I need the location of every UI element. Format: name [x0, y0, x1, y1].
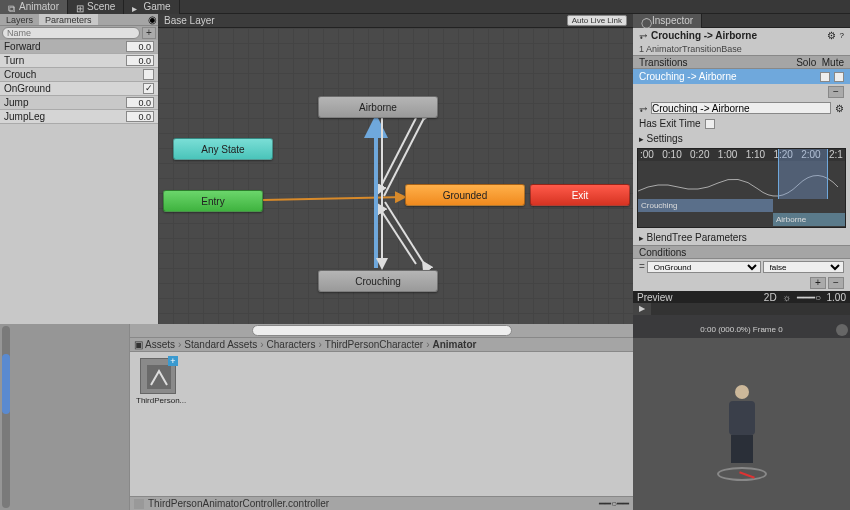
breadcrumb-item[interactable]: ThirdPersonCharacter	[325, 339, 423, 350]
preview-2d-toggle[interactable]: 2D	[764, 292, 777, 303]
add-parameter-button[interactable]: +	[142, 27, 156, 39]
settings-foldout[interactable]: ▸ Settings	[633, 131, 850, 146]
transition-type-icon: ⥅	[639, 103, 647, 114]
transitions-label: Transitions	[639, 57, 688, 68]
breadcrumb-item[interactable]: Assets	[145, 339, 175, 350]
add-condition-button[interactable]: +	[810, 277, 826, 289]
project-search-input[interactable]	[252, 325, 512, 336]
svg-line-3	[377, 204, 416, 264]
asset-type-icon	[134, 499, 144, 509]
asset-thumbnail: +	[140, 358, 176, 394]
remove-transition-button[interactable]: −	[828, 86, 844, 98]
state-machine-graph[interactable]: Base Layer Auto Live Link	[158, 14, 633, 338]
param-value[interactable]: 0.0	[126, 111, 154, 122]
preview-speed[interactable]: 1.00	[827, 292, 846, 303]
inspector-icon: ◯	[641, 17, 649, 25]
avatar-icon[interactable]	[836, 324, 848, 336]
param-value[interactable]: 0.0	[126, 97, 154, 108]
param-row-onground[interactable]: OnGround	[0, 82, 158, 96]
asset-item[interactable]: + ThirdPerson...	[136, 358, 180, 405]
param-row-jumpleg[interactable]: JumpLeg 0.0	[0, 110, 158, 124]
svg-line-4	[385, 202, 423, 262]
state-grounded[interactable]: Grounded	[405, 184, 525, 206]
auto-live-link-toggle[interactable]: Auto Live Link	[567, 15, 627, 26]
tab-animator[interactable]: ⧉Animator	[0, 0, 68, 14]
timeline-src-clip[interactable]: Crouching	[638, 199, 773, 212]
breadcrumb-item[interactable]: Animator	[433, 339, 477, 350]
svg-line-0	[263, 197, 405, 200]
scene-icon: ⊞	[76, 3, 84, 11]
preview-light-icon[interactable]: ☼	[782, 292, 791, 303]
help-icon[interactable]: ?	[840, 31, 844, 40]
preview-character	[712, 385, 772, 475]
preview-play-button[interactable]: ▶	[633, 303, 651, 315]
param-row-jump[interactable]: Jump 0.0	[0, 96, 158, 110]
timeline-dst-clip[interactable]: Airborne	[773, 213, 845, 226]
svg-line-1	[377, 118, 416, 194]
state-crouching[interactable]: Crouching	[318, 270, 438, 292]
layer-breadcrumb[interactable]: Base Layer	[164, 15, 215, 26]
tab-inspector[interactable]: ◯Inspector	[633, 14, 702, 28]
has-exit-time-label: Has Exit Time	[639, 118, 701, 129]
asset-label: ThirdPerson...	[136, 396, 180, 405]
inspector-subtitle: 1 AnimatorTransitionBase	[633, 43, 850, 55]
plus-badge-icon: +	[168, 356, 178, 366]
grid-size-slider[interactable]: ━━○━━	[599, 498, 629, 509]
inspector-panel: ◯Inspector ⥅ Crouching -> Airborne ⚙ ? 1…	[633, 14, 850, 338]
transition-range-handle[interactable]	[778, 149, 828, 199]
subtab-layers[interactable]: Layers	[0, 14, 39, 25]
state-exit[interactable]: Exit	[530, 184, 630, 206]
param-search-input[interactable]	[2, 27, 140, 39]
scrollbar-thumb[interactable]	[2, 354, 10, 414]
state-entry[interactable]: Entry	[163, 190, 263, 212]
status-bar-path: ThirdPersonAnimatorController.controller	[148, 498, 329, 509]
animator-icon: ⧉	[8, 3, 16, 11]
folder-icon: ▣	[134, 339, 143, 350]
transition-icon: ⥅	[639, 30, 647, 41]
game-icon: ▸	[132, 3, 140, 11]
condition-param-select[interactable]: OnGround	[647, 261, 761, 273]
condition-row: = OnGround false	[633, 259, 850, 275]
gear-icon[interactable]: ⚙	[827, 30, 836, 41]
transition-list-item[interactable]: Crouching -> Airborne	[633, 69, 850, 84]
breadcrumb: ▣ Assets› Standard Assets› Characters› T…	[130, 338, 633, 352]
preview-frame-status: 0:00 (000.0%) Frame 0	[633, 325, 850, 334]
project-panel: ▣ Assets› Standard Assets› Characters› T…	[0, 324, 633, 510]
state-any-state[interactable]: Any State	[173, 138, 273, 160]
breadcrumb-item[interactable]: Characters	[267, 339, 316, 350]
inspector-title: Crouching -> Airborne	[651, 30, 757, 41]
conditions-label: Conditions	[639, 247, 686, 258]
subtab-parameters[interactable]: Parameters	[39, 14, 98, 25]
param-value[interactable]: 0.0	[126, 55, 154, 66]
param-checkbox[interactable]	[143, 83, 154, 94]
state-airborne[interactable]: Airborne	[318, 96, 438, 118]
parameters-panel: Layers Parameters ◉ + Forward 0.0 Turn 0…	[0, 14, 158, 338]
main-tabs: ⧉Animator ⊞Scene ▸Game	[0, 0, 850, 14]
tab-game[interactable]: ▸Game	[124, 0, 179, 14]
param-row-turn[interactable]: Turn 0.0	[0, 54, 158, 68]
transition-timeline[interactable]: :000:100:201:001:101:202:002:1 Crouching…	[637, 148, 846, 228]
param-checkbox[interactable]	[143, 69, 154, 80]
param-value[interactable]: 0.0	[126, 41, 154, 52]
breadcrumb-item[interactable]: Standard Assets	[184, 339, 257, 350]
solo-checkbox[interactable]	[820, 72, 830, 82]
gear-icon[interactable]: ⚙	[835, 103, 844, 114]
param-row-crouch[interactable]: Crouch	[0, 68, 158, 82]
remove-condition-button[interactable]: −	[828, 277, 844, 289]
mute-checkbox[interactable]	[834, 72, 844, 82]
blendtree-foldout[interactable]: ▸ BlendTree Parameters	[633, 230, 850, 245]
param-row-forward[interactable]: Forward 0.0	[0, 40, 158, 54]
tab-scene[interactable]: ⊞Scene	[68, 0, 124, 14]
eye-icon[interactable]: ◉	[148, 14, 158, 24]
transition-name-field[interactable]	[651, 102, 831, 114]
svg-rect-7	[147, 365, 171, 389]
has-exit-time-checkbox[interactable]	[705, 119, 715, 129]
project-folder-column[interactable]	[0, 324, 130, 510]
preview-viewport[interactable]: 0:00 (000.0%) Frame 0	[633, 315, 850, 338]
preview-label: Preview	[637, 292, 673, 303]
condition-value-select[interactable]: false	[763, 261, 844, 273]
